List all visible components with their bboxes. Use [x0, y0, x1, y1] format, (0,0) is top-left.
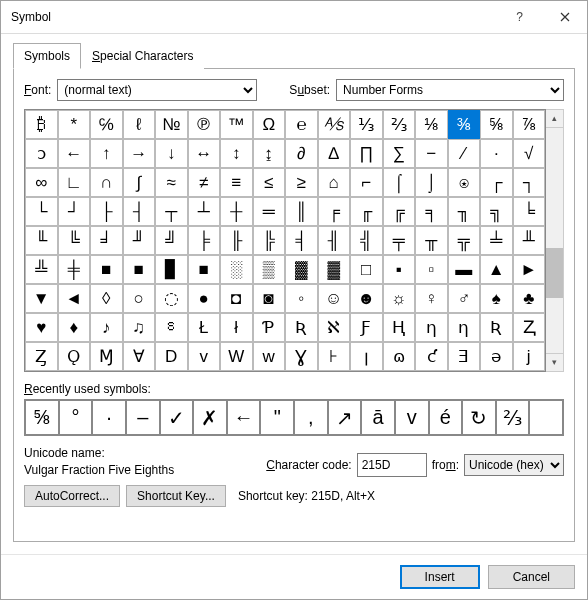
symbol-cell[interactable]: ╘	[513, 197, 546, 226]
close-button[interactable]	[542, 1, 587, 33]
symbol-cell[interactable]: ◦	[285, 284, 318, 313]
symbol-cell[interactable]: ⅞	[513, 110, 546, 139]
symbol-cell[interactable]: Ⱨ	[383, 313, 416, 342]
grid-scrollbar[interactable]: ▴ ▾	[546, 109, 564, 372]
from-select[interactable]: Unicode (hex)	[464, 454, 564, 476]
recent-symbol-cell[interactable]: –	[126, 400, 160, 435]
symbol-cell[interactable]: ℵ	[318, 313, 351, 342]
symbol-cell[interactable]: Ɱ	[90, 342, 123, 371]
symbol-cell[interactable]: ƞ	[415, 313, 448, 342]
symbol-cell[interactable]: ∞	[25, 168, 58, 197]
symbol-cell[interactable]: ▊	[155, 255, 188, 284]
symbol-cell[interactable]: ╣	[350, 226, 383, 255]
recent-symbols-grid[interactable]: ⅝°·–✓✗←",↗āvé↻⅔	[24, 399, 564, 436]
symbol-cell[interactable]: ł	[220, 313, 253, 342]
symbol-cell[interactable]: ∫	[123, 168, 156, 197]
symbol-cell[interactable]: ♦	[58, 313, 91, 342]
symbol-cell[interactable]: ☻	[350, 284, 383, 313]
symbol-cell[interactable]: ♥	[25, 313, 58, 342]
symbol-cell[interactable]: ╗	[480, 197, 513, 226]
symbol-cell[interactable]: ╝	[155, 226, 188, 255]
recent-symbol-cell[interactable]: é	[429, 400, 463, 435]
recent-symbol-cell[interactable]: "	[260, 400, 294, 435]
symbol-cell[interactable]: ╦	[448, 226, 481, 255]
insert-button[interactable]: Insert	[400, 565, 480, 589]
symbol-cell[interactable]: Ł	[188, 313, 221, 342]
symbol-cell[interactable]: ⊦	[318, 342, 351, 371]
symbol-cell[interactable]: ╩	[25, 255, 58, 284]
symbol-cell[interactable]: ₿	[25, 110, 58, 139]
recent-symbol-cell[interactable]: ⅔	[496, 400, 530, 435]
symbol-cell[interactable]: ╓	[350, 197, 383, 226]
recent-symbol-cell[interactable]: ·	[92, 400, 126, 435]
symbol-cell[interactable]: Ƥ	[253, 313, 286, 342]
symbol-cell[interactable]: ↨	[253, 139, 286, 168]
symbol-cell[interactable]: ◘	[220, 284, 253, 313]
shortcut-key-button[interactable]: Shortcut Key...	[126, 485, 226, 507]
symbol-cell[interactable]: ╤	[383, 226, 416, 255]
symbol-cell[interactable]: Ƒ	[350, 313, 383, 342]
symbol-cell[interactable]: Ʀ	[285, 313, 318, 342]
symbol-cell[interactable]: ╨	[513, 226, 546, 255]
symbol-cell[interactable]: ╕	[415, 197, 448, 226]
symbol-cell[interactable]: ꞁ	[350, 342, 383, 371]
recent-symbol-cell[interactable]: ,	[294, 400, 328, 435]
symbol-cell[interactable]: ●	[188, 284, 221, 313]
symbol-cell[interactable]: ⌠	[383, 168, 416, 197]
symbol-cell[interactable]: ≤	[253, 168, 286, 197]
symbol-cell[interactable]: ╧	[480, 226, 513, 255]
symbol-cell[interactable]: ║	[285, 197, 318, 226]
symbol-cell[interactable]: ╒	[318, 197, 351, 226]
symbol-cell[interactable]: v	[188, 342, 221, 371]
symbol-cell[interactable]: ╪	[58, 255, 91, 284]
symbol-cell[interactable]: №	[155, 110, 188, 139]
symbol-cell[interactable]: ╢	[318, 226, 351, 255]
symbol-cell[interactable]: ▼	[25, 284, 58, 313]
symbol-cell[interactable]: √	[513, 139, 546, 168]
symbol-cell[interactable]: ∕	[448, 139, 481, 168]
symbol-cell[interactable]: ►	[513, 255, 546, 284]
symbol-cell[interactable]: −	[415, 139, 448, 168]
symbol-cell[interactable]: ∀	[123, 342, 156, 371]
symbol-cell[interactable]: ╔	[383, 197, 416, 226]
symbol-cell[interactable]: ∩	[90, 168, 123, 197]
symbol-cell[interactable]: ╖	[448, 197, 481, 226]
symbol-cell[interactable]: ■	[123, 255, 156, 284]
symbol-cell[interactable]: W	[220, 342, 253, 371]
recent-symbol-cell[interactable]: ✗	[193, 400, 227, 435]
scroll-track[interactable]	[546, 128, 563, 353]
symbol-cell[interactable]: ♠	[480, 284, 513, 313]
symbol-cell[interactable]: ≥	[285, 168, 318, 197]
symbol-cell[interactable]: ■	[90, 255, 123, 284]
symbol-cell[interactable]: ∟	[58, 168, 91, 197]
tab-special-characters[interactable]: Special Characters	[81, 43, 204, 69]
scroll-thumb[interactable]	[546, 248, 563, 298]
symbol-cell[interactable]: ┼	[220, 197, 253, 226]
symbol-cell[interactable]: ▓	[285, 255, 318, 284]
symbol-cell[interactable]: j	[513, 342, 546, 371]
symbol-cell[interactable]: *	[58, 110, 91, 139]
symbol-cell[interactable]: ▫	[415, 255, 448, 284]
symbol-cell[interactable]: ╠	[253, 226, 286, 255]
symbol-cell[interactable]: ♂	[448, 284, 481, 313]
symbol-cell[interactable]: Ɣ	[285, 342, 318, 371]
symbol-cell[interactable]: Ⱬ	[513, 313, 546, 342]
symbol-cell[interactable]: ○	[123, 284, 156, 313]
symbol-cell[interactable]: ⅓	[350, 110, 383, 139]
symbol-cell[interactable]: ╡	[285, 226, 318, 255]
recent-symbol-cell[interactable]: ↗	[328, 400, 362, 435]
symbol-cell[interactable]: →	[123, 139, 156, 168]
symbol-cell[interactable]: w	[253, 342, 286, 371]
symbol-cell[interactable]: D	[155, 342, 188, 371]
symbol-cell[interactable]: Ω	[253, 110, 286, 139]
recent-symbol-cell[interactable]: ←	[227, 400, 261, 435]
symbol-cell[interactable]: ℅	[90, 110, 123, 139]
scroll-up-button[interactable]: ▴	[546, 110, 563, 128]
symbol-cell[interactable]: ↔	[188, 139, 221, 168]
symbol-cell[interactable]: Ǫ	[58, 342, 91, 371]
symbol-cell[interactable]: ╜	[123, 226, 156, 255]
symbol-cell[interactable]: ◙	[253, 284, 286, 313]
help-button[interactable]: ?	[497, 1, 542, 33]
symbol-cell[interactable]: ⅍	[318, 110, 351, 139]
recent-symbol-cell[interactable]: v	[395, 400, 429, 435]
